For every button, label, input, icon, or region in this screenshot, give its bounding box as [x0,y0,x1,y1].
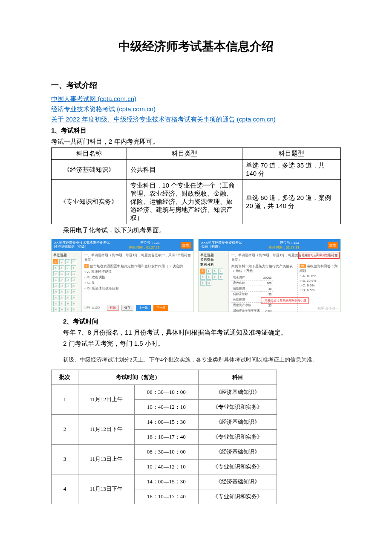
question-nav-cell[interactable]: 36 [71,307,76,312]
option-c[interactable]: ○ C. 9.6% [300,283,338,287]
table-row: 贷款及垫款30 [231,292,273,297]
question-footer: 标记 保存 上一题 下一题 [82,305,193,311]
option-d[interactable]: ○ D. 6.5% [300,288,338,292]
prev-button[interactable]: 上一题 [136,305,151,311]
question-nav-cell[interactable]: 3 [65,259,70,264]
question-nav-cell[interactable]: 6 [59,265,64,270]
sidebar-tab[interactable]: 案例分析 [200,262,227,267]
question-nav-cell[interactable]: 27 [65,295,70,300]
question-nav-cell[interactable]: 21 [53,289,58,294]
cell-subject: 《经济基础知识》 [198,384,277,399]
table-row: 现金资产20000 [231,275,273,280]
link-exam-page[interactable]: 经济专业技术资格考试 (cpta.com.cn) [51,104,341,114]
question-nav-cell[interactable]: 7 [212,275,217,280]
question-nav-cell[interactable]: 12 [71,271,76,276]
case-data-table: 现金资产20000应收账款100短期投资48贷款及垫款30长期投资27固定资产净… [231,275,273,312]
question-nav-cell[interactable]: 24 [71,289,76,294]
cell-subject-name: 《经济基础知识》 [52,160,127,180]
cell-date: 11月12日下午 [78,414,134,444]
question-nav-cell[interactable]: 8 [71,265,76,270]
question-nav-cell[interactable]: 23 [65,289,70,294]
sidebar-tab[interactable]: 单选选题 [200,253,227,257]
save-button[interactable]: 保存 [121,305,133,311]
question-nav-cell[interactable]: 35 [65,307,70,312]
cell-subject: 《经济基础知识》 [198,444,277,459]
question-nav-cell[interactable]: 20 [71,283,76,288]
question-nav-cell[interactable]: 7 [65,265,70,270]
question-nav-cell[interactable]: 8 [218,275,223,280]
cell-date: 11月13日上午 [78,444,134,474]
question-nav-cell[interactable]: 31 [65,301,70,306]
question-nav-cell[interactable]: 19 [65,283,70,288]
option-a[interactable]: ○ A. 市场经济规律 [84,269,191,274]
cell-time: 08：30—10：00 [134,444,198,459]
page-title: 中级经济师考试基本信息介绍 [51,38,341,55]
note-after-table: 采用电子化考试，以下为机考界面。 [51,225,341,235]
question-nav-cell[interactable]: 17 [53,283,58,288]
cell-date: 11月12日上午 [78,384,134,414]
submit-exam-button[interactable]: 交卷 [328,242,338,249]
option-a[interactable]: ○ A. 10.8% [300,274,338,278]
question-nav-cell[interactable]: 4 [71,259,76,264]
timer-label: 剩余时间：01:27:33 [129,246,159,249]
seat-label: 座位号：123 [140,241,159,245]
question-nav-cell[interactable]: 10 [59,271,64,276]
col-question-type: 科目题型 [242,148,341,160]
cell-subject: 《专业知识和实务》 [198,459,277,474]
question-nav-cell[interactable]: 2 [206,269,211,274]
question-nav-cell[interactable]: 2 [59,259,64,264]
option-b[interactable]: ○ B. 政府调控 [84,275,191,280]
question-nav-cell[interactable]: 1 [200,269,205,274]
table-header-row: 科目名称 科目类型 科目题型 [52,148,341,160]
subsection-2-heading: 2、考试时间 [51,316,341,327]
option-b[interactable]: ○ B. 10.9% [300,279,338,283]
option-c[interactable]: ○ C. 党 [84,280,191,285]
subsection-1-text: 考试一共两门科目，2 年内考完即可。 [51,136,341,147]
exam-subject: 金融（初级） [201,245,242,249]
question-nav-cell[interactable]: 25 [53,295,58,300]
sidebar-tab[interactable]: 多选选题 [200,257,227,262]
question-nav-cell[interactable]: 3 [212,269,217,274]
next-button[interactable]: 下一题 [153,305,168,311]
link-cpta-home[interactable]: 中国人事考试网 (cpta.com.cn) [51,94,341,104]
question-nav-cell[interactable]: 30 [59,301,64,306]
question-nav-cell[interactable]: 26 [59,295,64,300]
question-nav-cell[interactable]: 5 [200,275,205,280]
cell-batch: 1 [52,384,78,414]
option-d[interactable]: ○ D. 经济体制改革目标 [84,286,191,291]
question-nav-cell[interactable]: 22 [59,289,64,294]
cell-time: 10：40—12：10 [134,459,198,474]
question-nav-cell[interactable]: 1 [53,259,58,264]
question-nav-cell[interactable]: 10 [206,280,211,286]
cell-subject: 《经济基础知识》 [198,414,277,429]
mark-button[interactable]: 标记 [107,305,119,311]
resize-hint: ↑本试题可以用鼠标左右拉宽 [298,252,340,259]
question-nav-cell[interactable]: 4 [218,269,223,274]
question-nav-cell[interactable]: 29 [53,301,58,306]
question-nav-cell[interactable]: 6 [206,275,211,280]
exam-ui-left: XX年度经济专业技术资格电子化考试 经济基础知识（初级） 座位号：123 剩余时… [51,239,194,312]
question-nav-cell[interactable]: 13 [53,277,58,282]
question-nav-cell[interactable]: 9 [200,280,205,286]
question-nav-cell[interactable]: 15 [65,277,70,282]
cell-time: 16：10—17：40 [134,429,198,444]
question-nav-cell[interactable]: 9 [53,271,58,276]
cell-batch: 3 [52,444,78,474]
question-nav-cell[interactable]: 34 [59,307,64,312]
sidebar-tab[interactable]: 单选选题 [53,253,80,257]
question-nav-cell[interactable]: 33 [53,307,58,312]
cell-time: 14：00—15：30 [134,414,198,429]
question-nav-cell[interactable]: 16 [71,277,76,282]
table-row: 111月12日上午08：30—10：00《经济基础知识》 [52,384,277,399]
table-row: 短期投资48 [231,286,273,292]
link-2022-notice[interactable]: 关于 2022 年度初级、中级经济专业技术资格考试有关事项的通告 (cpta.c… [51,114,341,124]
question-nav-cell[interactable]: 32 [71,301,76,306]
question-panel: 一、单项选择题（共70题，每题1分，每题的备选项中，只有1个最符合题意） 1 使… [81,251,193,312]
question-nav-cell[interactable]: 11 [65,271,70,276]
question-nav-cell[interactable]: 28 [71,295,76,300]
question-nav-cell[interactable]: 18 [59,283,64,288]
col-subject: 科目 [198,370,277,384]
question-nav-cell[interactable]: 14 [59,277,64,282]
submit-exam-button[interactable]: 交卷 [181,242,191,249]
question-nav-cell[interactable]: 5 [53,265,58,270]
